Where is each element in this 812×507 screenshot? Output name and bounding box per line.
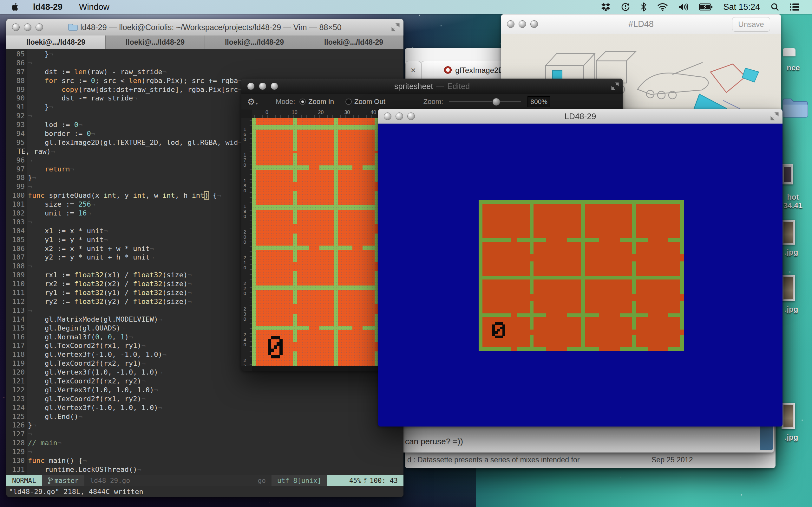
vim-line: 122 gl.Vertex3f(1.0, 1.0, 1.0)¬ (6, 386, 403, 395)
vim-line: 85 }¬ (6, 50, 403, 59)
terminal-tab[interactable]: lloeki@.../ld48-29 (304, 36, 403, 49)
chat-last-message: can peruse? =)) (405, 437, 463, 447)
terminal-tab[interactable]: lloeki@.../ld48-29 (205, 36, 304, 49)
zoom-label: Zoom: (423, 98, 443, 106)
vim-line: 125 gl.End()¬ (6, 412, 403, 421)
game-window: LD48-29 (378, 109, 782, 427)
title-separator: — (436, 82, 444, 91)
spritesheet-titlebar[interactable]: spritesheet — Edited (241, 78, 623, 94)
terminal-titlebar[interactable]: ld48-29 — lloeki@Coriolis: ~/Workspace/p… (6, 19, 403, 36)
ruler-tick-label: 230 (243, 306, 247, 322)
edited-badge: Edited (447, 82, 470, 91)
ruler-tick-label: 10 (292, 110, 298, 115)
zoom-out-label[interactable]: Zoom Out (354, 98, 386, 106)
irc-window-titlebar[interactable]: #LD48 Unsave (501, 14, 781, 34)
ruler-tick-label: 0 (265, 110, 268, 115)
unsave-button[interactable]: Unsave (732, 17, 770, 32)
time-machine-icon[interactable] (621, 3, 630, 11)
screenshot-file-icon[interactable] (782, 164, 793, 184)
folder-icon (68, 23, 78, 31)
browser-row-date: Sep 25 2012 (652, 456, 693, 464)
browser-tab-stub[interactable]: × (405, 61, 421, 79)
spotlight-icon[interactable] (771, 3, 779, 11)
photo-file-label[interactable]: .jpg (774, 433, 809, 442)
browser-content-row: d : Datassette presents a series of mixe… (405, 452, 775, 468)
zoom-in-radio[interactable] (299, 99, 306, 105)
terminal-title: ld48-29 — lloeki@Coriolis: ~/Workspace/p… (6, 19, 403, 36)
ruler-tick-label: 190 (243, 204, 247, 219)
spritesheet-toolbar: ⚙▾ Mode: Zoom In Zoom Out Zoom: 800% (241, 94, 623, 110)
photo-file-icon[interactable] (781, 220, 795, 245)
ruler-tick-label: 30 (344, 110, 350, 115)
photo-file-icon[interactable] (781, 275, 795, 301)
textured-sprite-quad (478, 200, 684, 351)
apple-menu-icon[interactable] (11, 3, 19, 11)
menu-clock[interactable]: Sat 15:24 (723, 2, 760, 12)
vim-command-line: "ld48-29.go" 218L, 4844C written (9, 488, 143, 496)
terminal-tab[interactable]: lloeki@.../ld48-29 (6, 36, 106, 49)
game-viewport[interactable] (378, 124, 782, 427)
gear-icon[interactable]: ⚙▾ (247, 97, 258, 107)
document-name: spritesheet (394, 82, 433, 91)
zoom-slider[interactable] (449, 101, 521, 102)
photo-thumbnail (783, 222, 793, 243)
git-branch-indicator: master (42, 475, 84, 486)
ruler-tick-label: 20 (318, 110, 324, 115)
zoom-slider-thumb[interactable] (492, 98, 500, 106)
vim-line: 121 gl.TexCoord2f(rx2, ry2)¬ (6, 377, 403, 386)
folder-icon[interactable] (782, 98, 808, 118)
vim-mode-indicator: NORMAL (6, 475, 42, 486)
bluetooth-icon[interactable] (641, 3, 647, 11)
ruler-tick-label: 180 (243, 178, 247, 193)
vim-line: 86¬ (6, 59, 403, 68)
menu-bar-status-icons: Sat 15:24 (601, 0, 812, 14)
photo-thumbnail (783, 277, 793, 299)
vim-line: 129¬ (6, 448, 403, 457)
ruler-tick-label: 240 (243, 332, 247, 347)
vim-line: 124 gl.Vertex3f(-1.0, 1.0, 1.0)¬ (6, 404, 403, 412)
vim-line: 131 runtime.LockOSThread()¬ (6, 465, 403, 474)
vertical-ruler: 160170180190200210220230240250 (241, 118, 252, 366)
battery-icon[interactable] (699, 3, 712, 10)
opengl-favicon (444, 66, 452, 74)
branch-icon (48, 477, 53, 484)
menu-bar: ld48-29 Window Sat 15:24 (0, 0, 812, 14)
zoom-in-label[interactable]: Zoom In (308, 98, 334, 106)
desktop-label-top[interactable]: nce (776, 63, 811, 72)
volume-icon[interactable] (679, 3, 688, 11)
vim-encoding: utf-8[unix] (271, 475, 327, 486)
menu-item-window[interactable]: Window (79, 2, 109, 12)
ruler-tick-label: 210 (243, 255, 247, 270)
ruler-tick-label: 170 (243, 153, 247, 168)
browser-row-text[interactable]: d : Datassette presents a series of mixe… (407, 456, 579, 464)
terminal-tab[interactable]: lloeki@.../ld48-29 (106, 36, 205, 49)
zoom-out-radio[interactable] (345, 99, 352, 105)
notification-center-icon[interactable] (790, 3, 799, 11)
linenumber-icon: NL (364, 478, 367, 484)
fullscreen-icon[interactable] (611, 82, 619, 90)
ruler-tick-label: 220 (243, 281, 247, 296)
vim-line-column: 100: 43 (369, 477, 398, 485)
game-titlebar[interactable]: LD48-29 (378, 109, 782, 124)
menu-app-name[interactable]: ld48-29 (33, 2, 62, 12)
vim-position: 45% NL 100: 43 (327, 475, 403, 486)
dropbox-icon[interactable] (601, 3, 610, 11)
game-window-title: LD48-29 (378, 109, 782, 124)
vim-line: 130func main() {¬ (6, 457, 403, 465)
vim-filetype: go (252, 475, 271, 486)
fullscreen-icon[interactable] (392, 23, 400, 32)
vim-filename: ld48-29.go (84, 475, 136, 486)
browser-tab-title: glTexImage2D (455, 66, 504, 75)
screenshot-thumbnail (784, 167, 791, 182)
wifi-icon[interactable] (657, 3, 668, 11)
spritesheet-title: spritesheet — Edited (241, 78, 623, 94)
zoom-value[interactable]: 800% (527, 96, 550, 107)
vim-line: 128// main¬ (6, 439, 403, 448)
terminal-title-text: ld48-29 — lloeki@Coriolis: ~/Workspace/p… (80, 23, 341, 32)
fullscreen-icon[interactable] (770, 112, 779, 120)
ruler-tick-label: 250 (243, 358, 247, 366)
desktop-app-icon[interactable] (783, 48, 796, 56)
close-icon[interactable]: × (411, 65, 416, 75)
vim-scroll-percent: 45% (349, 477, 361, 485)
photo-file-icon[interactable] (781, 403, 795, 429)
